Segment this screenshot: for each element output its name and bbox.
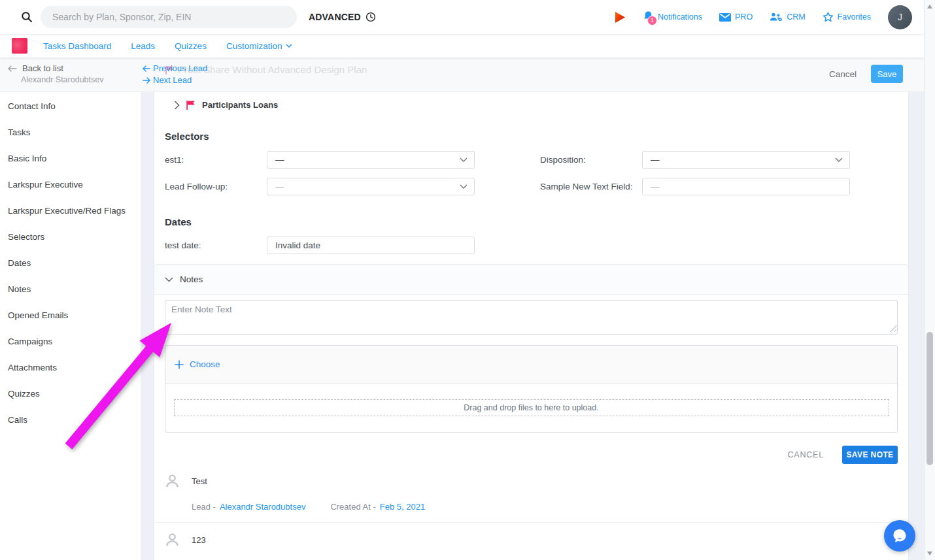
star-icon bbox=[823, 12, 834, 22]
advanced-label: ADVANCED bbox=[309, 12, 361, 22]
back-label: Back to list bbox=[22, 63, 63, 73]
lead-follow-up-select[interactable]: — bbox=[267, 178, 475, 195]
test-date-label: test date: bbox=[165, 240, 267, 250]
back-arrow-icon bbox=[8, 65, 17, 72]
app-logo[interactable] bbox=[12, 38, 27, 54]
play-icon[interactable] bbox=[615, 11, 626, 24]
main-nav: Tasks Dashboard Leads Quizzes Customizat… bbox=[0, 34, 924, 58]
sidebar-item-selectors[interactable]: Selectors bbox=[0, 225, 141, 249]
sidebar-item-larkspur-red-flags[interactable]: Larkspur Executive/Red Flags bbox=[0, 199, 141, 223]
participants-loans-label: Participants Loans bbox=[202, 100, 278, 110]
lead-name-link[interactable]: Alexandr Starodubtsev bbox=[220, 502, 306, 512]
plus-icon bbox=[175, 360, 184, 369]
lead-meta-label: Lead - bbox=[192, 502, 216, 512]
chevron-down-icon bbox=[165, 277, 173, 282]
search-input[interactable] bbox=[41, 6, 297, 28]
nav-leads[interactable]: Leads bbox=[131, 41, 155, 51]
sidebar-item-calls[interactable]: Calls bbox=[0, 408, 141, 432]
choose-file-button[interactable]: Choose bbox=[175, 359, 220, 369]
favorites-label: Favorites bbox=[838, 12, 871, 22]
flag-icon bbox=[186, 100, 196, 110]
envelope-icon bbox=[719, 13, 731, 22]
sample-new-text-field-label: Sample New Text Field: bbox=[540, 182, 642, 191]
notes-heading: Notes bbox=[180, 274, 203, 284]
chevron-down-icon bbox=[835, 157, 843, 162]
nav-tasks-dashboard[interactable]: Tasks Dashboard bbox=[43, 41, 111, 51]
sidebar-item-contact-info[interactable]: Contact Info bbox=[0, 95, 141, 118]
note-text: 123 bbox=[192, 532, 206, 547]
chevron-right-icon bbox=[174, 101, 180, 110]
notifications-label: Notifications bbox=[658, 12, 702, 22]
scroll-down-arrow[interactable] bbox=[927, 552, 932, 555]
scroll-up-arrow[interactable] bbox=[927, 5, 932, 8]
user-avatar[interactable]: J bbox=[888, 5, 912, 29]
back-to-list-link[interactable]: Back to list bbox=[8, 63, 103, 73]
nav-quizzes[interactable]: Quizzes bbox=[175, 41, 207, 51]
note-list-item: Test bbox=[165, 464, 898, 488]
vertical-scrollbar[interactable] bbox=[924, 0, 935, 560]
sidebar-item-quizzes[interactable]: Quizzes bbox=[0, 382, 141, 406]
est1-select[interactable]: — bbox=[267, 151, 475, 169]
note-text: Test bbox=[192, 473, 207, 488]
sidebar-item-notes[interactable]: Notes bbox=[0, 278, 141, 301]
sidebar-item-basic-info[interactable]: Basic Info bbox=[0, 147, 141, 171]
sidebar-item-tasks[interactable]: Tasks bbox=[0, 121, 141, 144]
people-gear-icon bbox=[770, 12, 783, 22]
notifications-badge: 1 bbox=[647, 16, 657, 25]
notes-card: Notes Choose Drag and drop files to here… bbox=[154, 264, 909, 560]
search-icon[interactable] bbox=[21, 11, 33, 23]
previous-lead-link[interactable]: Previous Lead bbox=[143, 63, 207, 73]
notifications-button[interactable]: 1 Notifications bbox=[643, 10, 702, 24]
drag-drop-zone[interactable]: Drag and drop files to here to upload. bbox=[174, 399, 889, 416]
right-arrow-icon bbox=[143, 77, 150, 84]
current-lead-name: Alexandr Starodubtsev bbox=[21, 75, 103, 84]
left-arrow-icon bbox=[143, 65, 150, 72]
pro-label: PRO bbox=[735, 12, 753, 22]
sidebar-item-larkspur-executive[interactable]: Larkspur Executive bbox=[0, 173, 141, 197]
nav-customization[interactable]: Customization bbox=[226, 41, 293, 51]
crm-button[interactable]: CRM bbox=[770, 12, 805, 22]
sidebar-item-campaigns[interactable]: Campaigns bbox=[0, 330, 141, 354]
cancel-button[interactable]: Cancel bbox=[829, 69, 857, 79]
person-avatar-icon bbox=[165, 473, 180, 488]
disposition-label: Disposition: bbox=[540, 155, 642, 165]
advanced-search-button[interactable]: ADVANCED bbox=[309, 12, 376, 22]
note-meta-row: Lead - Alexandr Starodubtsev Created At … bbox=[192, 502, 898, 512]
crm-label: CRM bbox=[787, 12, 805, 22]
note-text-input[interactable] bbox=[165, 300, 898, 335]
sample-new-text-field-input[interactable]: — bbox=[642, 178, 850, 195]
save-note-button[interactable]: SAVE NOTE bbox=[842, 446, 898, 464]
chevron-down-icon bbox=[460, 157, 468, 162]
pro-button[interactable]: PRO bbox=[719, 12, 753, 22]
created-at-link[interactable]: Feb 5, 2021 bbox=[380, 502, 425, 512]
person-avatar-icon bbox=[165, 532, 180, 547]
note-list-item: 123 bbox=[165, 523, 898, 547]
participants-loans-section-toggle[interactable]: Participants Loans bbox=[165, 91, 898, 112]
test-date-input[interactable]: Invalid date bbox=[267, 237, 475, 254]
chevron-down-icon bbox=[460, 184, 468, 189]
notes-section-toggle[interactable]: Notes bbox=[154, 265, 908, 295]
chat-bubble-icon bbox=[891, 527, 908, 544]
disposition-select[interactable]: — bbox=[642, 151, 850, 169]
main-content: Participants Loans Selectors est1: — Dis… bbox=[141, 92, 924, 560]
cancel-note-button[interactable]: CANCEL bbox=[787, 450, 824, 459]
history-clock-icon bbox=[366, 12, 376, 22]
save-button[interactable]: Save bbox=[871, 65, 903, 83]
lead-header: Back to list Alexandr Starodubtsev Profi… bbox=[0, 58, 924, 92]
sidebar-item-dates[interactable]: Dates bbox=[0, 252, 141, 275]
scrollbar-thumb[interactable] bbox=[926, 332, 933, 465]
bell-icon: 1 bbox=[643, 10, 654, 24]
chevron-down-icon bbox=[286, 44, 292, 48]
top-bar: ADVANCED 1 Notifications PRO CRM Favorit… bbox=[0, 0, 924, 34]
selectors-heading: Selectors bbox=[165, 131, 898, 142]
dates-heading: Dates bbox=[165, 216, 898, 227]
lead-sections-sidebar: Contact Info Tasks Basic Info Larkspur E… bbox=[0, 92, 141, 560]
favorites-button[interactable]: Favorites bbox=[823, 12, 871, 22]
next-lead-link[interactable]: Next Lead bbox=[143, 75, 207, 85]
chat-widget-button[interactable] bbox=[884, 520, 915, 552]
est1-label: est1: bbox=[165, 155, 267, 165]
avatar-initial: J bbox=[898, 12, 902, 22]
sidebar-item-opened-emails[interactable]: Opened Emails bbox=[0, 304, 141, 327]
sidebar-item-attachments[interactable]: Attachments bbox=[0, 356, 141, 380]
created-at-label: Created At - bbox=[330, 502, 375, 512]
